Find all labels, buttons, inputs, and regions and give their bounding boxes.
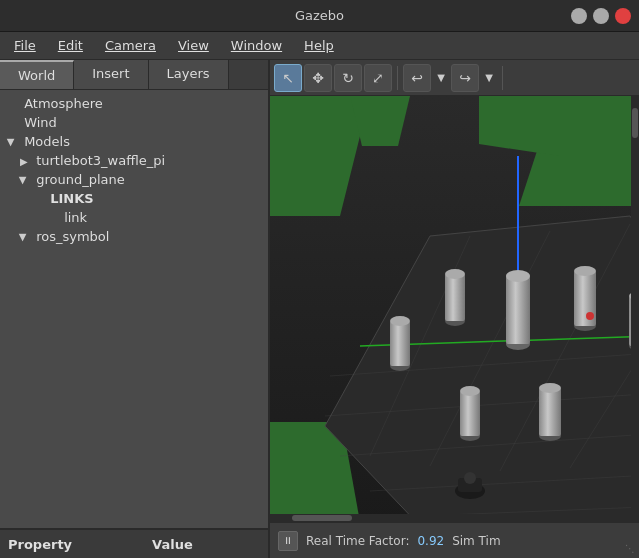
left-panel: World Insert Layers Atmosphere Wind Mode… <box>0 60 270 558</box>
simtime-label: Sim Tim <box>452 534 500 548</box>
value-header: Value <box>152 537 193 552</box>
svg-point-35 <box>539 383 561 393</box>
svg-point-17 <box>506 270 530 282</box>
tree-item-models[interactable]: Models <box>0 132 268 151</box>
ground-svg <box>270 96 639 522</box>
svg-point-32 <box>390 316 410 326</box>
tab-world[interactable]: World <box>0 60 74 89</box>
menubar: File Edit Camera View Window Help <box>0 32 639 60</box>
3d-viewport[interactable] <box>270 96 639 522</box>
pause-button[interactable]: ⏸ <box>278 531 298 551</box>
rotate-button[interactable]: ↻ <box>334 64 362 92</box>
tree-item-atmosphere[interactable]: Atmosphere <box>0 94 268 113</box>
svg-rect-34 <box>539 388 561 436</box>
close-button[interactable]: ✕ <box>615 8 631 24</box>
scrollbar-v[interactable] <box>631 96 639 522</box>
arrow-icon <box>48 213 60 224</box>
tree-item-ground-plane[interactable]: ground_plane <box>0 170 268 189</box>
window-title: Gazebo <box>68 8 571 23</box>
arrow-icon <box>8 118 20 129</box>
tree-label: link <box>64 210 87 225</box>
main-layout: World Insert Layers Atmosphere Wind Mode… <box>0 60 639 558</box>
svg-point-38 <box>460 386 480 396</box>
tree-item-ros-symbol[interactable]: ros_symbol <box>0 227 268 246</box>
realtime-value: 0.92 <box>417 534 444 548</box>
tree-item-link[interactable]: link <box>0 208 268 227</box>
svg-point-20 <box>574 266 596 276</box>
separator <box>397 66 398 90</box>
menu-window[interactable]: Window <box>221 35 292 56</box>
svg-point-29 <box>445 269 465 279</box>
properties-panel: Property Value <box>0 528 268 558</box>
tree-label: ros_symbol <box>36 229 109 244</box>
redo-arrow[interactable]: ▼ <box>481 64 497 92</box>
arrow-icon <box>8 99 20 110</box>
tab-insert[interactable]: Insert <box>74 60 148 89</box>
maximize-button[interactable]: □ <box>593 8 609 24</box>
tree-item-turtlebot[interactable]: turtlebot3_waffle_pi <box>0 151 268 170</box>
menu-view[interactable]: View <box>168 35 219 56</box>
separator2 <box>502 66 503 90</box>
svg-rect-37 <box>460 391 480 436</box>
tree-label: turtlebot3_waffle_pi <box>36 153 165 168</box>
tab-layers[interactable]: Layers <box>149 60 229 89</box>
property-header: Property <box>8 537 72 552</box>
undo-arrow[interactable]: ▼ <box>433 64 449 92</box>
tree-label: Models <box>24 134 70 149</box>
scrollbar-v-thumb <box>632 108 638 138</box>
scene-tree: Atmosphere Wind Models turtlebot3_waffle… <box>0 90 268 528</box>
select-button[interactable]: ↖ <box>274 64 302 92</box>
menu-help[interactable]: Help <box>294 35 344 56</box>
scale-button[interactable]: ⤢ <box>364 64 392 92</box>
scrollbar-h[interactable] <box>270 514 631 522</box>
tree-label: Atmosphere <box>24 96 103 111</box>
menu-file[interactable]: File <box>4 35 46 56</box>
arrow-icon <box>20 156 32 167</box>
svg-rect-28 <box>445 274 465 321</box>
arrow-expand-icon <box>8 137 20 148</box>
tree-item-wind[interactable]: Wind <box>0 113 268 132</box>
scrollbar-h-thumb <box>292 515 352 521</box>
svg-point-42 <box>586 312 594 320</box>
tree-label: ground_plane <box>36 172 125 187</box>
right-panel: ↖ ✥ ↻ ⤢ ↩ ▼ ↪ ▼ <box>270 60 639 558</box>
arrow-expand-icon <box>20 232 32 243</box>
window-controls: – □ ✕ <box>571 8 631 24</box>
resize-handle[interactable]: ⋱ <box>625 543 635 554</box>
tree-item-links[interactable]: LINKS <box>0 189 268 208</box>
arrow-expand-icon <box>20 175 32 186</box>
redo-button[interactable]: ↪ <box>451 64 479 92</box>
arrow-icon <box>34 194 46 205</box>
titlebar: Gazebo – □ ✕ <box>0 0 639 32</box>
menu-edit[interactable]: Edit <box>48 35 93 56</box>
minimize-button[interactable]: – <box>571 8 587 24</box>
translate-button[interactable]: ✥ <box>304 64 332 92</box>
undo-button[interactable]: ↩ <box>403 64 431 92</box>
menu-camera[interactable]: Camera <box>95 35 166 56</box>
bottom-status-bar: ⏸ Real Time Factor: 0.92 Sim Tim ⋱ <box>270 522 639 558</box>
scene-canvas <box>270 96 639 522</box>
tab-bar: World Insert Layers <box>0 60 268 90</box>
svg-rect-31 <box>390 321 410 366</box>
svg-marker-0 <box>325 216 639 522</box>
realtime-label: Real Time Factor: <box>306 534 409 548</box>
viewport-toolbar: ↖ ✥ ↻ ⤢ ↩ ▼ ↪ ▼ <box>270 60 639 96</box>
svg-point-41 <box>464 472 476 484</box>
svg-rect-16 <box>506 276 530 344</box>
tree-label: Wind <box>24 115 57 130</box>
tree-label: LINKS <box>50 191 93 206</box>
